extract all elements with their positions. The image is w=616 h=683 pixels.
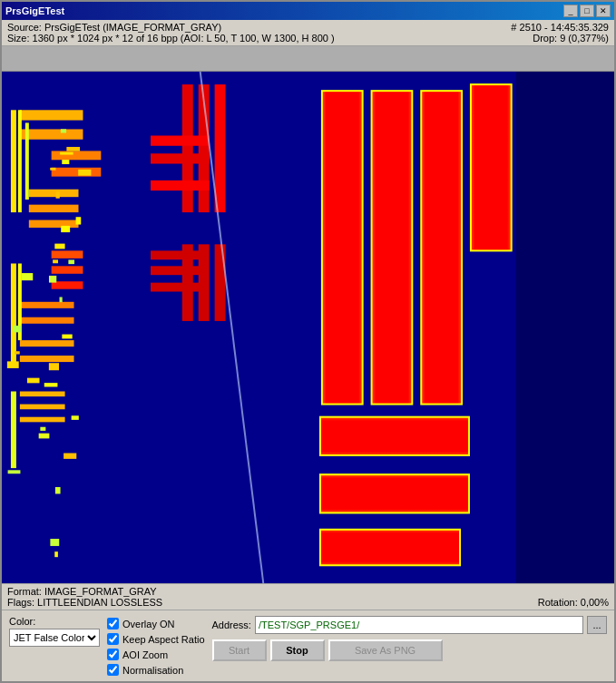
normalisation-row[interactable]: Normalisation: [107, 664, 205, 676]
address-label: Address:: [212, 620, 251, 630]
aoi-zoom-label: AOI Zoom: [122, 649, 168, 660]
format-text: Format: IMAGE_FORMAT_GRAY: [7, 586, 157, 597]
overlay-on-label: Overlay ON: [122, 619, 174, 629]
keep-aspect-row[interactable]: Keep Aspect Ratio: [107, 633, 205, 645]
bottom-controls: Color: JET False Color Grayscale Hot Ove…: [2, 610, 614, 681]
stop-button[interactable]: Stop: [270, 639, 325, 661]
false-color-canvas: [2, 72, 614, 583]
color-select-row: JET False Color Grayscale Hot: [9, 629, 100, 647]
rotation-text: Rotation: 0,00%: [538, 597, 609, 608]
frame-info: # 2510 - 14:45:35.329: [511, 22, 609, 33]
minimize-button[interactable]: _: [563, 5, 578, 17]
normalisation-label: Normalisation: [122, 665, 183, 676]
drop-info: Drop: 9 (0,377%): [533, 33, 609, 44]
color-label: Color:: [9, 616, 100, 627]
normalisation-checkbox[interactable]: [107, 664, 119, 676]
overlay-on-checkbox[interactable]: [107, 618, 119, 629]
close-button[interactable]: ✕: [596, 5, 611, 17]
size-text: Size: 1360 px * 1024 px * 12 of 16 bpp (…: [7, 33, 335, 44]
title-bar: PrsGigETest _ □ ✕: [2, 2, 614, 20]
main-window: PrsGigETest _ □ ✕ Source: PrsGigETest (I…: [0, 0, 616, 683]
flags-line: Flags: LITTLEENDIAN LOSSLESS Rotation: 0…: [7, 597, 609, 608]
flags-text: Flags: LITTLEENDIAN LOSSLESS: [7, 597, 162, 608]
image-display: [2, 72, 614, 583]
checkboxes-section: Overlay ON Keep Aspect Ratio AOI Zoom No…: [107, 616, 205, 676]
toolbar-area: [2, 46, 614, 72]
color-section: Color: JET False Color Grayscale Hot: [9, 616, 100, 647]
save-as-png-button[interactable]: Save As PNG: [328, 639, 443, 661]
keep-aspect-checkbox[interactable]: [107, 633, 119, 645]
aoi-zoom-row[interactable]: AOI Zoom: [107, 649, 205, 660]
start-button[interactable]: Start: [212, 639, 267, 661]
title-bar-text: PrsGigETest: [5, 5, 64, 16]
overlay-on-row[interactable]: Overlay ON: [107, 618, 205, 629]
source-text: Source: PrsGigETest (IMAGE_FORMAT_GRAY): [7, 22, 221, 33]
status-bar: Format: IMAGE_FORMAT_GRAY Flags: LITTLEE…: [2, 583, 614, 610]
address-section: Address: ... Start Stop Save As PNG: [212, 616, 607, 661]
info-bar: Source: PrsGigETest (IMAGE_FORMAT_GRAY) …: [2, 20, 614, 46]
maximize-button[interactable]: □: [580, 5, 594, 17]
status-line: Format: IMAGE_FORMAT_GRAY: [7, 586, 609, 597]
action-buttons-row: Start Stop Save As PNG: [212, 639, 607, 661]
color-dropdown[interactable]: JET False Color Grayscale Hot: [9, 629, 100, 647]
address-row: Address: ...: [212, 616, 607, 634]
browse-button[interactable]: ...: [587, 616, 607, 634]
info-line-2: Size: 1360 px * 1024 px * 12 of 16 bpp (…: [7, 33, 609, 44]
aoi-zoom-checkbox[interactable]: [107, 649, 119, 660]
address-input[interactable]: [255, 616, 583, 634]
title-bar-buttons: _ □ ✕: [563, 5, 611, 17]
keep-aspect-label: Keep Aspect Ratio: [122, 634, 205, 645]
info-line-1: Source: PrsGigETest (IMAGE_FORMAT_GRAY) …: [7, 22, 609, 33]
